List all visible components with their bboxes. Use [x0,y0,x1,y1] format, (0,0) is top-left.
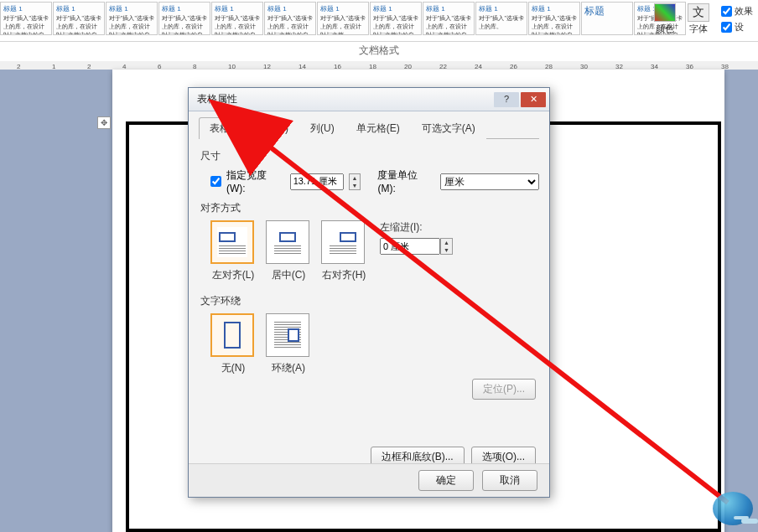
setup-label: 设 [735,21,744,34]
effects-check[interactable]: 效果 [721,5,753,18]
style-title: 标题 1 [215,4,260,13]
dialog-title: 表格属性 [197,92,492,106]
wrap-options: 无(N) 环绕(A) [210,313,539,375]
left-indent-group: 左缩进(I): ▲▼ [380,220,453,255]
dialog-titlebar[interactable]: 表格属性 ? ✕ [189,88,549,111]
ribbon: 标题 1对于"插入"选项卡上的库，在设计时与文档中的自动匹配的项。 标题 1对于… [0,0,758,42]
width-spinner[interactable]: ▲▼ [349,173,361,190]
style-item[interactable]: 标题 1对于"插入"选项卡上的库，在设计时与文档中的自动匹配的项。 [211,2,263,35]
ok-button[interactable]: 确定 [418,470,474,491]
wrap-around-option[interactable]: 环绕(A) [266,313,311,375]
width-label: 指定宽度(W): [226,168,285,194]
colors-label: 颜色 [656,23,674,35]
fonts-label: 字体 [689,23,708,35]
tab-row[interactable]: 行(R) [253,117,299,139]
style-title: 标题 1 [320,4,366,13]
setup-checkbox[interactable] [721,22,732,33]
ribbon-checkboxes: 效果 设 [721,5,753,34]
dialog-tabs: 表格(T) 行(R) 列(U) 单元格(E) 可选文字(A) [199,116,539,139]
style-item[interactable]: 标题 1对于"插入"选项卡上的库，在设计时与文档中的自动匹配的项。 [423,2,475,35]
unit-select[interactable]: 厘米 [440,173,539,190]
align-right-label: 右对齐(H) [321,268,366,282]
style-title: 标题 1 [479,4,524,13]
style-title: 标题 1 [109,4,154,13]
wrap-section-label: 文字环绕 [200,294,539,308]
align-section-label: 对齐方式 [200,201,539,215]
size-section-label: 尺寸 [200,149,539,163]
style-title: 标题 1 [532,4,577,13]
style-item[interactable]: 标题 1对于"插入"选项卡上的库。 [475,2,527,35]
align-left-label: 左对齐(L) [210,268,256,282]
style-title: 标题 1 [426,4,471,13]
spin-up-icon[interactable]: ▲ [441,239,452,246]
wrap-none-option[interactable]: 无(N) [210,313,256,375]
tab-cell[interactable]: 单元格(E) [345,117,411,139]
indent-input[interactable] [380,238,440,255]
align-left-option[interactable]: 左对齐(L) [210,220,256,282]
help-button[interactable]: ? [494,92,519,107]
width-row: 指定宽度(W): ▲▼ 度量单位(M): 厘米 [210,168,539,194]
tab-alt-text[interactable]: 可选文字(A) [411,117,486,139]
indent-label: 左缩进(I): [380,220,453,235]
align-center-icon [266,220,309,264]
unit-label: 度量单位(M): [377,168,434,194]
style-item[interactable]: 标题 [581,2,633,35]
align-right-option[interactable]: 右对齐(H) [321,220,366,282]
style-item[interactable]: 标题 1对于"插入"选项卡上的库，在设计时与文档中的自动匹配的项。 [370,2,422,35]
align-center-label: 居中(C) [266,268,311,282]
wrap-none-icon [210,313,254,357]
wrap-none-label: 无(N) [210,361,256,375]
style-item[interactable]: 标题 1对于"插入"选项卡上的库，在设计时与文档。 [317,2,369,35]
style-item[interactable]: 标题 1对于"插入"选项卡上的库，在设计时与文档中的自动匹配的项。 [528,2,580,35]
ribbon-right: 颜色 文字体 效果 设 [654,0,758,39]
align-left-icon [210,220,254,264]
style-title: 标题 [584,4,630,18]
wrap-around-label: 环绕(A) [266,361,311,375]
style-gallery[interactable]: 标题 1对于"插入"选项卡上的库，在设计时与文档中的自动匹配的项。 标题 1对于… [0,2,758,35]
spin-down-icon[interactable]: ▼ [441,246,452,254]
colors-button[interactable]: 颜色 [654,3,676,35]
width-checkbox[interactable] [210,176,221,187]
style-title: 标题 1 [3,4,49,13]
cancel-button[interactable]: 取消 [482,470,537,491]
alignment-options: 左对齐(L) 居中(C) 右对齐(H) [210,220,366,282]
width-input[interactable] [290,173,344,190]
fonts-button[interactable]: 文字体 [688,3,709,35]
style-title: 标题 1 [56,4,101,13]
spin-up-icon[interactable]: ▲ [350,174,361,182]
setup-check[interactable]: 设 [721,21,753,34]
tab-table[interactable]: 表格(T) [199,117,253,139]
effects-checkbox[interactable] [721,6,732,17]
align-right-icon [321,220,365,264]
style-title: 标题 1 [162,4,207,13]
wrap-around-icon [266,313,309,357]
align-center-option[interactable]: 居中(C) [266,220,311,282]
indent-spinner[interactable]: ▲▼ [440,238,453,255]
style-item[interactable]: 标题 1对于"插入"选项卡上的库，在设计时与文档中的自动匹配。 [106,2,158,35]
style-title: 标题 1 [267,4,313,13]
position-button: 定位(P)... [472,379,536,400]
spin-down-icon[interactable]: ▼ [350,182,361,189]
style-item[interactable]: 标题 1对于"插入"选项卡上的库，在设计时与文档中的自动匹配的项。 [0,2,52,35]
dialog-body: 表格(T) 行(R) 列(U) 单元格(E) 可选文字(A) 尺寸 指定宽度(W… [189,111,549,476]
style-item[interactable]: 标题 1对于"插入"选项卡上的库，在设计时与文档中的自动匹配。 [158,2,210,35]
effects-label: 效果 [735,5,753,18]
doc-style-group-label: 文档格式 [0,42,758,61]
table-properties-dialog: 表格属性 ? ✕ 表格(T) 行(R) 列(U) 单元格(E) 可选文字(A) … [188,87,550,498]
style-title: 标题 1 [373,4,418,13]
tab-column[interactable]: 列(U) [299,117,345,139]
table-move-handle[interactable]: ✥ [97,116,111,129]
style-item[interactable]: 标题 1对于"插入"选项卡上的库，在设计时与文档中的自动匹配的项。 [53,2,105,35]
style-item[interactable]: 标题 1对于"插入"选项卡上的库，在设计时与文档中的自动匹配的项。 [264,2,316,35]
close-button[interactable]: ✕ [521,92,546,107]
dialog-footer: 确定 取消 [189,463,549,497]
watermark-globe-icon [713,492,753,525]
